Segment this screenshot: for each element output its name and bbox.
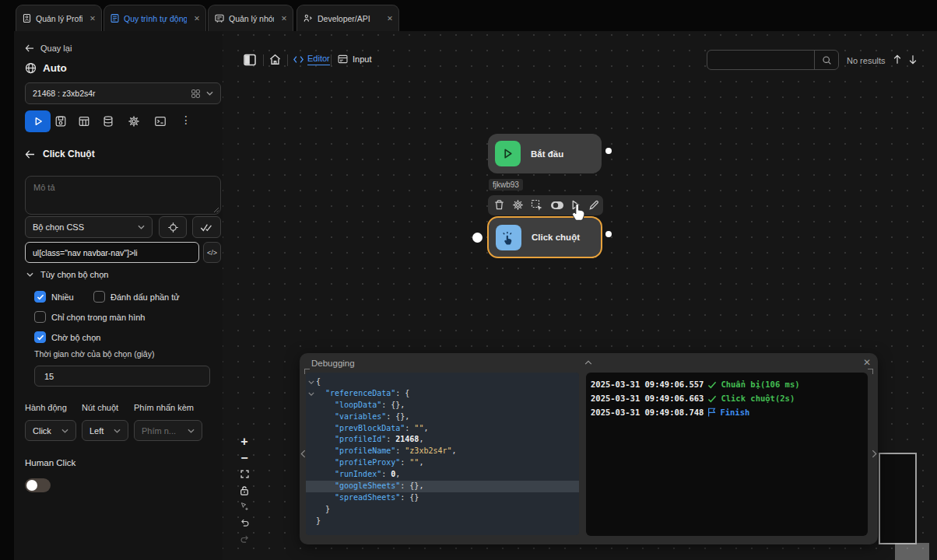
lock-button[interactable] xyxy=(236,482,253,499)
redo-button[interactable] xyxy=(236,531,253,548)
debug-json-viewer[interactable]: {"referenceData": {"loopData": {},"varia… xyxy=(306,373,579,535)
save-button[interactable] xyxy=(54,115,67,128)
enable-toggle-button[interactable] xyxy=(550,201,564,210)
timeout-input[interactable]: 15 xyxy=(34,366,210,387)
start-node-label: Bắt đầu xyxy=(531,149,563,159)
pick-element-button[interactable] xyxy=(159,216,187,238)
selector-value-input[interactable]: ul[class="nav navbar-nav"]>li xyxy=(25,242,199,263)
back-link[interactable]: Quay lại xyxy=(25,44,72,53)
tab-2[interactable]: Quy trình tự động✕ xyxy=(104,5,206,31)
sidebar-toggle-button[interactable] xyxy=(243,53,257,67)
scroll-right-button[interactable] xyxy=(872,450,877,458)
node-start[interactable]: Bắt đầu xyxy=(488,134,602,173)
more-button[interactable]: ⋮ xyxy=(181,114,191,126)
node-settings-button[interactable] xyxy=(512,199,524,211)
action-select[interactable]: Click xyxy=(25,420,76,441)
tab-editor-label: Editor xyxy=(307,54,330,65)
checkbox-viewport-only-label: Chỉ chọn trong màn hình xyxy=(51,313,145,322)
tab-3[interactable]: Quản lý nhóm✕ xyxy=(208,5,293,31)
verify-selector-button[interactable] xyxy=(192,216,221,238)
check-icon xyxy=(704,381,721,389)
checkbox-mark-element[interactable] xyxy=(93,291,105,303)
app-root: Quản lý Profile✕Quy trình tự động✕Quản l… xyxy=(0,0,937,560)
grid-icon xyxy=(191,89,201,99)
checkbox-wait-selector[interactable] xyxy=(34,331,46,343)
fit-view-button[interactable] xyxy=(236,466,253,482)
collapse-json-icon[interactable] xyxy=(308,392,314,396)
selection-mode-button[interactable] xyxy=(236,499,253,515)
modifier-key-select-value: Phím n... xyxy=(142,426,176,436)
search-next-button[interactable] xyxy=(908,54,918,65)
node-click[interactable]: Click chuột xyxy=(487,216,602,258)
code-button[interactable]: </> xyxy=(203,242,221,263)
checkbox-multiple-label: Nhiều xyxy=(51,292,74,302)
close-tab-icon[interactable]: ✕ xyxy=(191,14,200,23)
divider xyxy=(263,54,264,66)
terminal-button[interactable] xyxy=(154,115,167,128)
back-label: Quay lại xyxy=(40,44,72,53)
search-button[interactable] xyxy=(815,55,838,65)
auto-title-row: Auto xyxy=(25,62,67,74)
click-node-output-port[interactable] xyxy=(605,231,612,237)
modifier-key-select[interactable]: Phím n... xyxy=(134,420,202,441)
zoom-in-button[interactable]: + xyxy=(236,433,253,450)
collapse-panel-button[interactable] xyxy=(584,360,592,365)
run-button[interactable] xyxy=(25,110,51,132)
profile-select[interactable]: 21468 : z3xb2s4r xyxy=(25,82,221,104)
block-id-badge: fjkwb93 xyxy=(489,179,523,191)
log-line: 2025-03-31 09:49:06.557Chuẩn bị(106 ms) xyxy=(591,378,868,392)
debug-log-output[interactable]: 2025-03-31 09:49:06.557Chuẩn bị(106 ms)2… xyxy=(586,373,868,536)
chevron-down-icon xyxy=(26,272,33,277)
checkbox-viewport-only[interactable] xyxy=(34,311,46,323)
table-button[interactable] xyxy=(78,115,90,128)
description-textarea[interactable] xyxy=(25,176,221,215)
workflow-canvas[interactable]: Editor Input No results Bắt đầu fjkwb93 xyxy=(223,31,937,560)
human-click-toggle[interactable] xyxy=(25,478,51,492)
check-icon xyxy=(704,395,721,403)
home-button[interactable] xyxy=(268,53,282,66)
tab-input[interactable]: Input xyxy=(337,54,371,65)
scroll-left-button[interactable] xyxy=(300,450,306,458)
search-input[interactable] xyxy=(707,50,839,70)
zoom-out-button[interactable]: − xyxy=(236,450,253,466)
start-node-output-port[interactable] xyxy=(605,148,612,154)
close-tab-icon[interactable]: ✕ xyxy=(278,14,287,23)
database-button[interactable] xyxy=(102,115,114,128)
minimap-viewport[interactable] xyxy=(895,543,929,560)
tab-4[interactable]: Developer/API✕ xyxy=(297,5,399,31)
json-line: "profileProxy": "", xyxy=(306,457,579,469)
select-element-button[interactable] xyxy=(531,199,543,212)
block-title: Click Chuột xyxy=(43,149,95,159)
selector-options-header[interactable]: Tùy chọn bộ chọn xyxy=(26,270,108,279)
json-line: { xyxy=(306,376,579,388)
selector-type-select[interactable]: Bộ chọn CSS xyxy=(25,216,153,238)
sidebar: Quay lại Auto 21468 : z3xb2s4r ⋮ Click C… xyxy=(14,31,223,560)
resize-handle[interactable] xyxy=(213,207,219,213)
edit-node-button[interactable] xyxy=(588,199,600,211)
undo-button[interactable] xyxy=(236,515,253,531)
tab-1[interactable]: Quản lý Profile✕ xyxy=(16,5,102,31)
close-panel-button[interactable]: ✕ xyxy=(863,357,871,368)
toggle-knob xyxy=(26,480,37,491)
collapse-json-icon[interactable] xyxy=(308,380,314,384)
close-tab-icon[interactable]: ✕ xyxy=(86,14,96,23)
mouse-button-select[interactable]: Left xyxy=(82,420,128,441)
click-hand-icon xyxy=(501,230,516,245)
globe-icon xyxy=(25,62,37,74)
delete-node-button[interactable] xyxy=(493,199,505,211)
search-prev-button[interactable] xyxy=(893,54,902,65)
minimap[interactable] xyxy=(879,453,917,544)
click-node-input-port[interactable] xyxy=(472,233,483,243)
arrow-left-icon[interactable] xyxy=(25,150,35,159)
group-icon xyxy=(214,13,225,23)
settings-button[interactable] xyxy=(128,115,140,128)
tab-editor[interactable]: Editor xyxy=(293,54,330,65)
divider xyxy=(331,54,332,66)
tab-label: Quản lý nhóm xyxy=(229,14,274,23)
checkbox-multiple[interactable] xyxy=(34,291,46,303)
block-header: Click Chuột xyxy=(25,149,95,159)
close-tab-icon[interactable]: ✕ xyxy=(384,14,393,23)
resize-corner[interactable] xyxy=(868,369,873,374)
json-line: "referenceData": { xyxy=(306,388,579,400)
page-title: Auto xyxy=(43,62,67,74)
